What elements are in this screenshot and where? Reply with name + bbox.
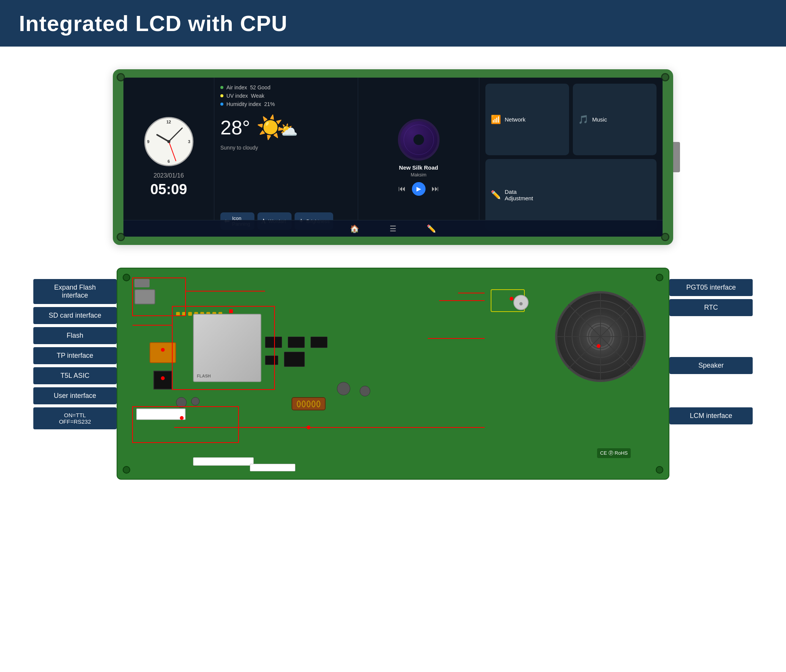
nav-edit-icon[interactable]: ✏️ xyxy=(427,224,436,233)
music-disc xyxy=(398,119,440,160)
pcb-hole-bl xyxy=(123,466,130,474)
annotation-dot-speaker xyxy=(597,344,601,348)
pad-2 xyxy=(182,312,186,316)
speaker-grill-svg xyxy=(555,291,646,382)
nav-home-icon[interactable]: 🏠 xyxy=(350,224,359,233)
label-t5l-asic: T5L ASIC xyxy=(33,367,116,384)
pad-3 xyxy=(188,312,192,316)
label-lcm: LCM interface xyxy=(670,407,753,424)
humidity-value: 21% xyxy=(264,101,275,107)
play-button[interactable]: ▶ xyxy=(412,182,426,196)
uv-index-value: Weak xyxy=(251,93,265,99)
label-flash: Flash xyxy=(33,327,116,344)
music-artist: Maksim xyxy=(411,172,426,177)
label-user-interface: User interface xyxy=(33,387,116,404)
pcb-diagram: Expand Flash interface SD card interface… xyxy=(33,268,753,480)
label-expand-flash: Expand Flash interface xyxy=(33,279,116,304)
network-btn[interactable]: 📶 Network xyxy=(486,84,569,155)
bottom-connector-1 xyxy=(250,464,295,471)
label-tp-interface: TP interface xyxy=(33,347,116,364)
pcb-hole-br xyxy=(656,466,663,474)
air-index-row: Air index 52 Good xyxy=(220,85,352,91)
clock-num-9: 9 xyxy=(147,139,149,144)
right-labels: PGT05 interface RTC Speaker LCM interfac… xyxy=(670,268,753,480)
capacitor-4 xyxy=(360,386,370,396)
pad-1 xyxy=(176,312,180,316)
speaker xyxy=(555,291,646,382)
weather-indices: Air index 52 Good UV index Weak Humidity… xyxy=(220,85,352,107)
lcd-screen: 12 3 6 9 2023/01/16 05:09 xyxy=(123,78,663,237)
label-on-ttl: ON=TTL OFF=RS232 xyxy=(33,407,116,429)
label-pgt05: PGT05 interface xyxy=(670,279,753,296)
actions-panel: 📶 Network 🎵 Music ✏️ DataAdjustment xyxy=(479,78,663,237)
lcd-connector xyxy=(673,142,680,172)
uv-index-row: UV index Weak xyxy=(220,93,352,99)
network-icon: 📶 xyxy=(491,115,501,124)
clock-time: 05:09 xyxy=(150,181,187,198)
small-chip-4 xyxy=(265,355,278,365)
small-chip-2 xyxy=(288,336,305,348)
lcd-section: 12 3 6 9 2023/01/16 05:09 xyxy=(0,47,786,260)
capacitor-3 xyxy=(337,382,350,395)
prev-button[interactable]: ⏮ xyxy=(398,184,406,193)
weather-panel: Air index 52 Good UV index Weak Humidity… xyxy=(214,78,358,237)
usb-connector xyxy=(134,279,149,287)
nav-bar: 🏠 ☰ ✏️ xyxy=(123,220,663,237)
page-header: Integrated LCD with CPU xyxy=(0,0,786,47)
capacitor-2 xyxy=(191,397,200,405)
clock-face: 12 3 6 9 xyxy=(144,117,193,166)
clock-num-3: 3 xyxy=(188,139,190,144)
user-interface-connector xyxy=(136,408,185,420)
clock-center xyxy=(167,140,170,143)
network-label: Network xyxy=(505,116,525,122)
weather-main: 28° ☀️⛅ xyxy=(220,114,352,141)
small-chip-1 xyxy=(265,336,282,348)
music-controls: ⏮ ▶ ⏭ xyxy=(398,182,439,196)
rtc-battery: ● xyxy=(513,295,528,310)
left-labels: Expand Flash interface SD card interface… xyxy=(33,268,116,480)
air-dot xyxy=(220,86,223,89)
pcb-board: FLASH xyxy=(116,268,670,480)
pcb-section: Expand Flash interface SD card interface… xyxy=(0,260,786,502)
air-index-label: Air index xyxy=(226,85,247,91)
weather-icon: ☀️⛅ xyxy=(256,114,298,141)
annotation-dot-rtc xyxy=(509,297,513,301)
annotation-dot-tp xyxy=(161,348,165,352)
flash-chip: FLASH xyxy=(193,314,261,382)
pcb-content: FLASH xyxy=(117,268,669,479)
capacitor-1 xyxy=(176,397,187,408)
music-panel: New Silk Road Maksim ⏮ ▶ ⏭ xyxy=(358,78,479,237)
disc-rings xyxy=(404,124,434,155)
sd-card-slot xyxy=(134,289,155,305)
tp-component xyxy=(149,342,176,363)
music-label: Music xyxy=(592,116,607,122)
humidity-label: Humidity index xyxy=(226,101,261,107)
small-chip-3 xyxy=(310,336,327,348)
small-chip-5 xyxy=(284,352,305,367)
temperature: 28° xyxy=(220,116,250,139)
pcb-hole-tl xyxy=(123,274,130,281)
music-title: New Silk Road xyxy=(399,164,438,171)
inductor xyxy=(292,397,325,410)
page-title: Integrated LCD with CPU xyxy=(19,11,767,36)
pcb-hole-tr xyxy=(656,274,663,281)
clock-panel: 12 3 6 9 2023/01/16 05:09 xyxy=(123,78,214,237)
label-sd-card: SD card interface xyxy=(33,307,116,324)
lcd-frame: 12 3 6 9 2023/01/16 05:09 xyxy=(113,69,673,245)
humidity-row: Humidity index 21% xyxy=(220,101,352,107)
uv-index-label: UV index xyxy=(226,93,248,99)
clock-num-12: 12 xyxy=(166,119,171,124)
label-speaker: Speaker xyxy=(670,357,753,374)
music-btn[interactable]: 🎵 Music xyxy=(573,84,657,155)
nav-menu-icon[interactable]: ☰ xyxy=(390,224,396,233)
air-index-value: 52 Good xyxy=(250,85,270,91)
uv-dot xyxy=(220,94,223,97)
next-button[interactable]: ⏭ xyxy=(432,184,439,193)
lcm-connector-bottom xyxy=(193,457,254,466)
t5l-chip xyxy=(153,371,172,389)
clock-date: 2023/01/16 xyxy=(153,172,184,179)
annotation-dot-flash xyxy=(229,309,233,313)
label-rtc: RTC xyxy=(670,299,753,316)
data-adj-icon: ✏️ xyxy=(491,190,501,200)
weather-description: Sunny to cloudy xyxy=(220,144,352,151)
